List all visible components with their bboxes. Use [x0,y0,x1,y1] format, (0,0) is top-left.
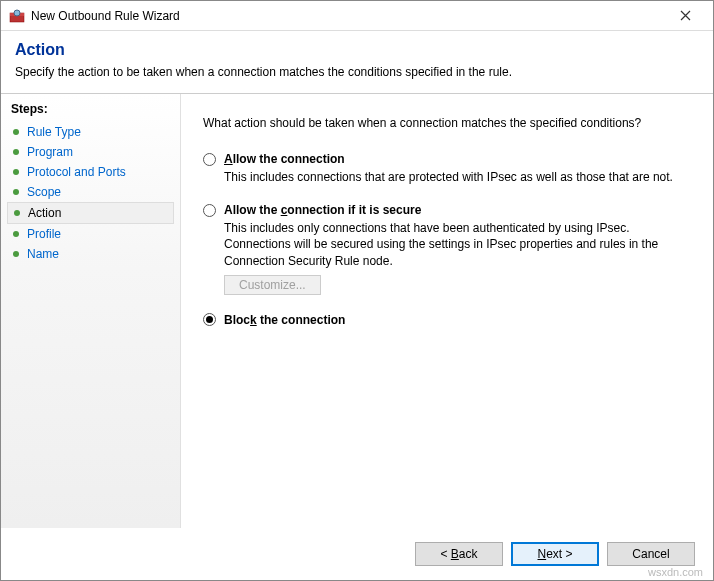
desc-allow: This includes connections that are prote… [224,169,674,185]
desc-allow-secure: This includes only connections that have… [224,220,674,269]
cancel-button[interactable]: Cancel [607,542,695,566]
bullet-icon [14,210,20,216]
step-label: Program [27,145,73,159]
label-allow: Allow the connection [224,152,345,166]
wizard-footer: < Back Next > Cancel [1,528,713,580]
bullet-icon [13,251,19,257]
page-title: Action [15,41,699,59]
wizard-window: New Outbound Rule Wizard Action Specify … [0,0,714,581]
bullet-icon [13,231,19,237]
svg-point-2 [14,10,20,16]
step-label: Scope [27,185,61,199]
wizard-header: Action Specify the action to be taken wh… [1,31,713,93]
window-title: New Outbound Rule Wizard [31,9,665,23]
watermark: wsxdn.com [648,566,703,578]
step-item-scope[interactable]: Scope [7,182,180,202]
firewall-icon [9,8,25,24]
option-block: Block the connection [203,313,691,327]
step-item-program[interactable]: Program [7,142,180,162]
step-label: Profile [27,227,61,241]
radio-block[interactable] [203,313,216,326]
steps-panel: Steps: Rule TypeProgramProtocol and Port… [1,94,181,528]
step-item-rule-type[interactable]: Rule Type [7,122,180,142]
content-panel: What action should be taken when a conne… [181,94,713,528]
label-allow-secure: Allow the connection if it is secure [224,203,421,217]
wizard-body: Steps: Rule TypeProgramProtocol and Port… [1,93,713,528]
action-prompt: What action should be taken when a conne… [203,116,691,130]
titlebar: New Outbound Rule Wizard [1,1,713,31]
radio-allow[interactable] [203,153,216,166]
option-allow-secure: Allow the connection if it is secure Thi… [203,203,691,295]
customize-button: Customize... [224,275,321,295]
bullet-icon [13,129,19,135]
close-button[interactable] [665,2,705,30]
radio-allow-secure[interactable] [203,204,216,217]
step-item-name[interactable]: Name [7,244,180,264]
step-label: Action [28,206,61,220]
step-item-action[interactable]: Action [7,202,174,224]
step-label: Rule Type [27,125,81,139]
steps-label: Steps: [7,100,180,122]
back-button[interactable]: < Back [415,542,503,566]
option-allow: Allow the connection This includes conne… [203,152,691,185]
step-label: Name [27,247,59,261]
label-block: Block the connection [224,313,345,327]
step-label: Protocol and Ports [27,165,126,179]
step-item-protocol-and-ports[interactable]: Protocol and Ports [7,162,180,182]
page-subtitle: Specify the action to be taken when a co… [15,65,699,79]
bullet-icon [13,169,19,175]
step-item-profile[interactable]: Profile [7,224,180,244]
bullet-icon [13,189,19,195]
next-button[interactable]: Next > [511,542,599,566]
bullet-icon [13,149,19,155]
